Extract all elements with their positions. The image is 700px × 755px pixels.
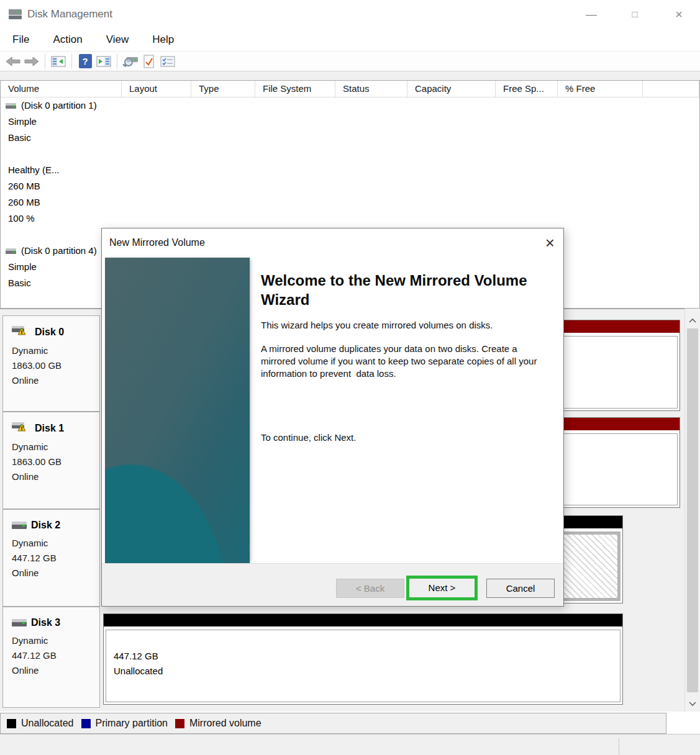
disk3-unallocated-bar[interactable]: 447.12 GB Unallocated [103, 613, 623, 705]
menu-bar: File Action View Help [0, 29, 700, 51]
col-header-capacity[interactable]: Capacity [407, 81, 496, 97]
status-bar-divider [619, 738, 619, 754]
help-icon[interactable]: ? [76, 53, 94, 70]
col-header-volume[interactable]: Volume [1, 81, 122, 97]
legend-label: Unallocated [21, 718, 74, 729]
wizard-paragraph: To continue, click Next. [261, 432, 542, 444]
wizard-footer: < Back Next > Cancel [102, 563, 563, 606]
legend-label: Primary partition [96, 718, 168, 729]
col-header-empty[interactable] [643, 81, 699, 97]
scrollbar-thumb[interactable] [687, 328, 698, 692]
cell-capacity: 260 MB [1, 178, 699, 194]
forward-icon[interactable] [22, 53, 41, 70]
disk-size: 1863.00 GB [12, 454, 99, 469]
disk-status: Online [12, 469, 99, 484]
rescan-disks-icon[interactable] [121, 53, 140, 70]
disk-status: Online [12, 373, 99, 388]
col-header-layout[interactable]: Layout [122, 81, 191, 97]
scroll-up-icon[interactable] [689, 316, 696, 323]
cell-type: Basic [1, 130, 699, 146]
legend-bar: Unallocated Primary partition Mirrored v… [0, 713, 666, 734]
col-header-status[interactable]: Status [335, 81, 407, 97]
wizard-heading: Welcome to the New Mirrored Volume Wizar… [261, 271, 553, 309]
disk-warning-icon: ! [12, 422, 30, 435]
wizard-title: New Mirrored Volume [109, 237, 205, 248]
unallocated-swatch [7, 719, 16, 728]
unallocated-band [104, 614, 622, 626]
wizard-side-banner [105, 258, 250, 564]
unallocated-label: Unallocated [114, 664, 620, 679]
back-button: < Back [336, 579, 404, 598]
col-header-pct-free[interactable]: % Free [558, 81, 643, 97]
vertical-scrollbar[interactable] [684, 309, 700, 712]
volume-icon [6, 248, 16, 254]
cell-layout: Simple [1, 114, 699, 130]
disk-panel-disk1[interactable]: ! Disk 1 Dynamic 1863.00 GB Online [2, 412, 100, 509]
col-header-file-system[interactable]: File System [255, 81, 335, 97]
status-bar [0, 734, 700, 755]
volume-icon [6, 103, 16, 109]
legend-label: Mirrored volume [189, 718, 261, 729]
disk-size: 447.12 GB [12, 551, 99, 566]
disk-icon [12, 619, 27, 626]
disk-kind: Dynamic [12, 343, 99, 358]
next-button[interactable]: Next > [409, 579, 475, 597]
menu-view[interactable]: View [102, 32, 133, 47]
cell-pct-free: 100 % [1, 210, 699, 227]
disk-panel-disk0[interactable]: ! Disk 0 Dynamic 1863.00 GB Online [2, 315, 100, 412]
disk-management-app-icon [8, 7, 23, 24]
disk-kind: Dynamic [12, 633, 99, 648]
check-document-icon[interactable] [140, 53, 158, 70]
menu-help[interactable]: Help [148, 32, 178, 47]
maximize-button[interactable]: □ [621, 5, 648, 24]
unallocated-body: 447.12 GB Unallocated [106, 630, 620, 702]
checklist-icon[interactable] [158, 53, 177, 70]
toolbar-separator [117, 54, 117, 69]
wizard-paragraph: This wizard helps you create mirrored vo… [261, 319, 553, 332]
next-button-highlight[interactable]: Next > [406, 576, 478, 600]
col-header-type[interactable]: Type [191, 81, 255, 97]
toolbar: ? [0, 51, 700, 71]
disk-name: Disk 3 [31, 617, 60, 628]
disk-name: Disk 0 [35, 327, 64, 338]
close-button[interactable]: × [665, 5, 693, 24]
cancel-button[interactable]: Cancel [486, 579, 555, 598]
volume-name: (Disk 0 partition 4) [21, 243, 97, 259]
scroll-down-icon[interactable] [689, 698, 696, 706]
title-bar: Disk Management — □ × [0, 0, 700, 29]
cell-status: Healthy (E... [1, 162, 699, 178]
mirrored-volume-swatch [175, 719, 184, 728]
volume-name: (Disk 0 partition 1) [21, 97, 97, 114]
show-action-pane-icon[interactable] [94, 53, 113, 70]
show-console-tree-icon[interactable] [49, 53, 68, 70]
toolbar-gap [0, 71, 700, 80]
wizard-title-bar[interactable]: New Mirrored Volume × [102, 228, 563, 258]
unallocated-size: 447.12 GB [114, 649, 620, 664]
disk-kind: Dynamic [12, 440, 99, 454]
disk-panel-disk3[interactable]: Disk 3 Dynamic 447.12 GB Online [2, 607, 100, 708]
svg-text:!: ! [21, 329, 23, 335]
col-header-free-space[interactable]: Free Sp... [496, 81, 558, 97]
disk-size: 1863.00 GB [12, 358, 99, 373]
disk-name: Disk 1 [35, 423, 64, 434]
volume-table-header: Volume Layout Type File System Status Ca… [1, 81, 699, 97]
wizard-paragraph: A mirrored volume duplicates your data o… [261, 343, 542, 380]
legend-item: Primary partition [81, 718, 168, 729]
menu-action[interactable]: Action [49, 32, 86, 47]
cell-file-system [1, 146, 699, 162]
disk-panel-disk2[interactable]: Disk 2 Dynamic 447.12 GB Online [2, 509, 100, 607]
wizard-close-icon[interactable]: × [545, 233, 555, 252]
disk-kind: Dynamic [12, 536, 99, 551]
primary-partition-swatch [81, 719, 91, 728]
svg-text:!: ! [21, 425, 23, 432]
minimize-button[interactable]: — [578, 5, 605, 24]
back-icon[interactable] [4, 53, 22, 70]
cell-free-space: 260 MB [1, 194, 699, 210]
disk-size: 447.12 GB [12, 648, 99, 663]
disk-warning-icon: ! [12, 326, 30, 338]
toolbar-separator [71, 54, 72, 69]
menu-file[interactable]: File [9, 32, 33, 47]
disk-name: Disk 2 [31, 520, 60, 531]
legend-item: Unallocated [7, 718, 74, 729]
disk-status: Online [12, 663, 99, 678]
